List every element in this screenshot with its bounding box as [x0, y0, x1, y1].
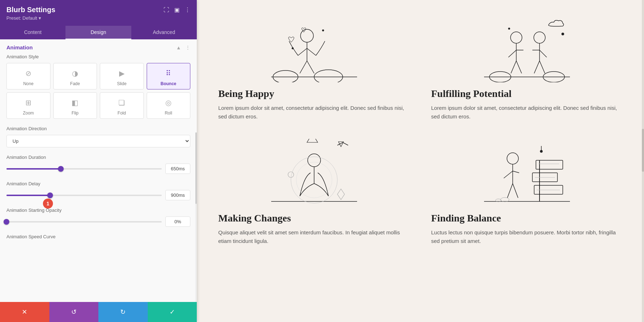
panel-actions: ✕ ↺ ↻ ✓: [0, 302, 197, 322]
opacity-value[interactable]: 0%: [165, 216, 190, 227]
blurb-fulfilling: Fulfilling Potential Lorem ipsum dolor s…: [431, 11, 623, 121]
being-happy-title: Being Happy: [218, 88, 410, 99]
making-changes-illustration: [218, 135, 410, 207]
being-happy-illustration: [218, 11, 410, 82]
duration-thumb[interactable]: [58, 166, 64, 172]
delay-track[interactable]: [6, 195, 162, 196]
bounce-icon: ⠿: [163, 68, 174, 79]
svg-point-49: [540, 150, 542, 152]
section-title: Animation: [6, 44, 33, 50]
panel-scrollbar-thumb[interactable]: [195, 132, 197, 204]
panel-title: Blurb Settings: [6, 6, 55, 14]
svg-line-40: [507, 184, 513, 198]
svg-line-39: [513, 171, 519, 173]
fulfilling-illustration: [431, 11, 623, 82]
style-fade-label: Fade: [70, 81, 80, 86]
svg-point-26: [508, 28, 510, 29]
svg-line-16: [511, 61, 516, 73]
style-flip[interactable]: ◧ Flip: [53, 92, 97, 119]
save-button[interactable]: ✓: [148, 302, 197, 322]
badge: 1: [43, 199, 53, 209]
making-changes-title: Making Changes: [218, 213, 410, 224]
svg-line-23: [540, 61, 545, 73]
blurb-finding-balance: Finding Balance Luctus lectus non quisqu…: [431, 135, 623, 245]
undo-button[interactable]: ↺: [49, 302, 99, 322]
style-fold[interactable]: ❏ Fold: [100, 92, 144, 119]
svg-point-34: [288, 172, 294, 177]
none-icon: ⊘: [23, 68, 34, 79]
panel-body: Animation ▲ ⋮ Animation Style ⊘ None ◑ F…: [0, 39, 197, 302]
section-header-icons: ▲ ⋮: [176, 45, 190, 50]
svg-line-41: [513, 184, 518, 198]
section-header: Animation ▲ ⋮: [0, 39, 197, 54]
svg-point-27: [562, 33, 564, 35]
fold-icon: ❏: [116, 97, 127, 108]
svg-point-18: [534, 32, 545, 43]
style-none[interactable]: ⊘ None: [6, 63, 50, 89]
svg-point-1: [301, 29, 313, 42]
style-slide[interactable]: ▶ Slide: [100, 63, 144, 89]
section-content: Animation Style ⊘ None ◑ Fade ▶ Slide ⠿ …: [0, 54, 197, 249]
panel-header: Blurb Settings ⛶ ▣ ⋮ Preset: Default ▾: [0, 0, 197, 26]
animation-style-label: Animation Style: [6, 54, 190, 59]
svg-line-6: [307, 61, 314, 73]
delay-section: Animation Delay 900ms: [6, 181, 190, 200]
svg-marker-32: [307, 139, 318, 142]
right-scrollbar[interactable]: [642, 0, 644, 322]
tab-advanced[interactable]: Advanced: [131, 26, 197, 39]
svg-line-3: [298, 48, 307, 55]
style-bounce[interactable]: ⠿ Bounce: [147, 63, 191, 89]
panel-header-icons: ⛶ ▣ ⋮: [164, 6, 190, 13]
style-fold-label: Fold: [118, 111, 126, 116]
svg-line-22: [534, 61, 540, 73]
panel-scrollbar-track[interactable]: [195, 132, 197, 302]
duration-value[interactable]: 650ms: [165, 164, 190, 174]
opacity-section: Animation Starting Opacity 0%: [6, 208, 190, 227]
roll-icon: ◎: [163, 97, 174, 108]
style-zoom[interactable]: ⊞ Zoom: [6, 92, 50, 119]
style-flip-label: Flip: [72, 111, 78, 116]
style-roll[interactable]: ◎ Roll: [147, 92, 191, 119]
finding-balance-title: Finding Balance: [431, 213, 623, 224]
section-more-icon[interactable]: ⋮: [185, 45, 190, 50]
style-roll-label: Roll: [165, 111, 172, 116]
svg-point-12: [511, 32, 522, 43]
svg-line-20: [540, 50, 547, 57]
duration-label: Animation Duration: [6, 155, 190, 160]
cancel-button[interactable]: ✕: [0, 302, 49, 322]
slide-icon: ▶: [116, 68, 127, 79]
delay-slider-row: 900ms: [6, 190, 190, 200]
direction-select[interactable]: Up Down Left Right: [6, 135, 190, 147]
svg-point-36: [507, 153, 518, 164]
opacity-label: Animation Starting Opacity: [6, 208, 190, 213]
zoom-icon: ⊞: [23, 97, 34, 108]
svg-line-5: [300, 61, 307, 73]
svg-line-38: [504, 171, 513, 178]
direction-section: Animation Direction Up Down Left Right: [6, 126, 190, 147]
style-fade[interactable]: ◑ Fade: [53, 63, 97, 89]
columns-icon[interactable]: ▣: [174, 6, 180, 13]
right-scrollbar-thumb[interactable]: [642, 129, 644, 172]
expand-icon[interactable]: ⛶: [164, 7, 169, 13]
redo-button[interactable]: ↻: [98, 302, 148, 322]
opacity-thumb[interactable]: [4, 219, 9, 225]
style-zoom-label: Zoom: [23, 111, 34, 116]
delay-thumb[interactable]: [47, 192, 53, 198]
delay-value[interactable]: 900ms: [165, 190, 190, 200]
flip-icon: ◧: [69, 97, 81, 108]
duration-track[interactable]: [6, 168, 162, 170]
panel-preset[interactable]: Preset: Default ▾: [6, 15, 190, 21]
fade-icon: ◑: [69, 68, 81, 79]
opacity-track[interactable]: [6, 221, 162, 223]
collapse-icon[interactable]: ▲: [176, 45, 181, 50]
main-content: Being Happy Lorem ipsum dolor sit amet, …: [197, 0, 644, 322]
more-icon[interactable]: ⋮: [185, 6, 190, 13]
svg-point-51: [501, 197, 509, 202]
tab-design[interactable]: Design: [65, 26, 131, 39]
delay-fill: [6, 195, 50, 196]
tab-content[interactable]: Content: [0, 26, 65, 39]
svg-point-29: [308, 154, 321, 167]
delay-label: Animation Delay: [6, 181, 190, 186]
svg-line-17: [516, 61, 522, 73]
finding-balance-illustration: [431, 135, 623, 207]
